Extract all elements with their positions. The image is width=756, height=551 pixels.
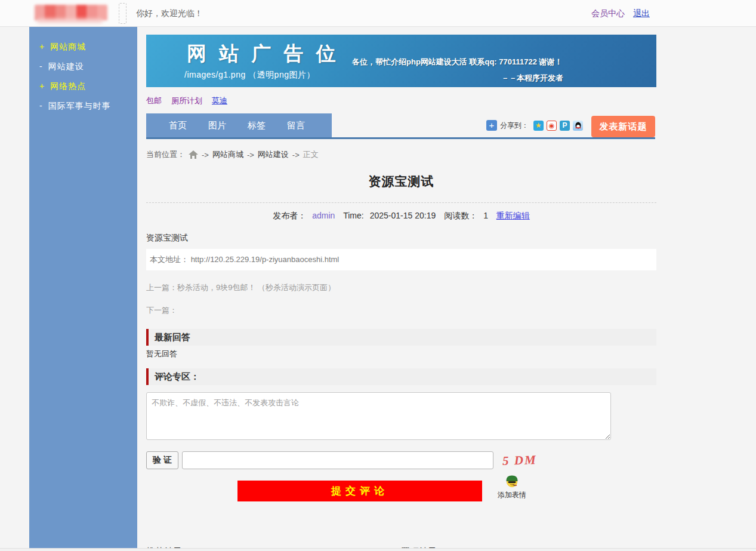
logo-smear [37, 18, 103, 23]
breadcrumb-arrow: -> [247, 150, 254, 159]
next-post-row: 下一篇： [146, 305, 656, 316]
time-label: Time: [343, 211, 363, 220]
sidebar-item-label: 网站建设 [48, 61, 84, 71]
qzone-share-icon[interactable] [533, 121, 544, 131]
home-icon[interactable] [189, 150, 198, 159]
dashed-divider [146, 202, 656, 203]
smiley-helmet-emoji-icon [505, 475, 519, 488]
banner-signature-line: －－本程序开发者 [501, 73, 563, 84]
ad-banner[interactable]: 网 站 广 告 位 /images/g1.png （透明png图片） 各位，帮忙… [146, 35, 656, 87]
sidebar-item-webdev[interactable]: -网站建设 [29, 57, 137, 77]
prev-label: 上一篇： [146, 283, 177, 292]
tab-messages[interactable]: 留言 [287, 120, 305, 131]
main-content: 网 站 广 告 位 /images/g1.png （透明png图片） 各位，帮忙… [146, 26, 656, 551]
add-emotion-control[interactable]: 添加表情 [495, 475, 529, 500]
tab-home[interactable]: 首页 [169, 120, 187, 131]
nav-row: 首页 图片 标签 留言 分享到： 发表新话题 [146, 113, 656, 139]
tag-link[interactable]: 莫迪 [212, 96, 227, 106]
url-label: 本文地址： [150, 255, 189, 264]
share-plus-icon[interactable] [486, 120, 497, 131]
sidebar: +网站商城 -网站建设 +网络热点 -国际军事与时事 [29, 27, 137, 551]
no-answers-text: 暂无回答 [146, 349, 656, 359]
tab-images[interactable]: 图片 [208, 120, 226, 131]
nav-tabs-bar: 首页 图片 标签 留言 [146, 113, 332, 137]
breadcrumb-arrow: -> [292, 150, 300, 159]
breadcrumb: 当前位置： -> 网站商城 -> 网站建设 -> 正文 [146, 149, 656, 160]
article-meta: 发布者：admin Time:2025-01-15 20:19 阅读数：1 重新… [146, 211, 656, 221]
submit-row: 提交评论 添加表情 [146, 477, 656, 508]
re-edit-link[interactable]: 重新编辑 [496, 211, 530, 220]
new-topic-button[interactable]: 发表新话题 [591, 116, 655, 137]
breadcrumb-current: 正文 [303, 149, 319, 160]
submit-comment-button[interactable]: 提交评论 [237, 481, 482, 501]
url-value: http://120.25.229.19/p-ziyuanbaoceshi.ht… [191, 255, 340, 264]
sidebar-item-label: 国际军事与时事 [48, 101, 111, 110]
sidebar-item-military[interactable]: -国际军事与时事 [29, 97, 137, 116]
weibo-share-icon[interactable] [547, 121, 557, 131]
welcome-greeting: 你好，欢迎光临！ [136, 8, 203, 19]
next-label: 下一篇： [146, 306, 177, 315]
nav-underline [146, 137, 655, 139]
captcha-label-button[interactable]: 验 证 [146, 451, 178, 469]
views-value: 1 [483, 211, 488, 220]
expand-plus-icon: + [39, 42, 45, 51]
comment-section-header: 评论专区： [146, 368, 656, 385]
article-body: 资源宝测试 [146, 233, 656, 244]
pengyou-share-icon[interactable] [560, 121, 570, 131]
add-emotion-label: 添加表情 [495, 490, 529, 500]
collapse-minus-icon: - [39, 101, 43, 110]
expand-plus-icon: + [39, 81, 45, 91]
dashed-placeholder-box [119, 3, 126, 24]
sidebar-item-label: 网络热点 [50, 81, 86, 91]
banner-contact-line: 各位，帮忙介绍php网站建设大活 联系qq: 770111722 谢谢！ [352, 57, 563, 67]
views-label: 阅读数： [444, 211, 477, 220]
tag-link[interactable]: 包邮 [146, 96, 162, 106]
article-url-box: 本文地址： http://120.25.229.19/p-ziyuanbaoce… [146, 249, 656, 270]
horizontal-scrollbar[interactable] [0, 548, 756, 551]
time-value: 2025-01-15 20:19 [370, 211, 436, 220]
prev-post-link[interactable]: 秒杀活动，9块9包邮！ （秒杀活动演示页面） [177, 283, 335, 292]
breadcrumb-link-shop[interactable]: 网站商城 [212, 149, 243, 160]
tag-link[interactable]: 厕所计划 [171, 96, 202, 106]
publisher-link[interactable]: admin [312, 211, 335, 220]
banner-subtitle: /images/g1.png （透明png图片） [184, 70, 315, 81]
share-bar: 分享到： [486, 119, 583, 132]
breadcrumb-label: 当前位置： [146, 149, 185, 160]
banner-title: 网 站 广 告 位 [187, 41, 340, 67]
sidebar-item-label: 网站商城 [50, 42, 86, 51]
captcha-row: 验 证 5 DM [146, 451, 656, 470]
sidebar-item-hotspots[interactable]: +网络热点 [29, 77, 137, 97]
comment-textarea[interactable] [146, 392, 611, 440]
collapse-minus-icon: - [39, 61, 43, 71]
article-title: 资源宝测试 [146, 173, 656, 190]
tag-links-row: 包邮 厕所计划 莫迪 [146, 94, 656, 107]
captcha-input[interactable] [182, 451, 493, 469]
breadcrumb-arrow: -> [202, 150, 209, 159]
latest-answers-header: 最新回答 [146, 329, 656, 346]
member-center-link[interactable]: 会员中心 [591, 8, 625, 19]
breadcrumb-link-webdev[interactable]: 网站建设 [258, 149, 289, 160]
sidebar-item-shop[interactable]: +网站商城 [29, 38, 137, 57]
logout-link[interactable]: 退出 [633, 8, 650, 19]
top-bar: 你好，欢迎光临！ 会员中心 退出 [0, 0, 756, 27]
tab-tags[interactable]: 标签 [248, 120, 266, 131]
share-label: 分享到： [500, 121, 529, 131]
qq-share-icon[interactable] [573, 121, 583, 131]
prev-post-row: 上一篇：秒杀活动，9块9包邮！ （秒杀活动演示页面） [146, 282, 656, 293]
publisher-label: 发布者： [273, 211, 306, 220]
qq-penguin-icon [575, 122, 582, 130]
captcha-image-text[interactable]: 5 DM [502, 453, 536, 469]
